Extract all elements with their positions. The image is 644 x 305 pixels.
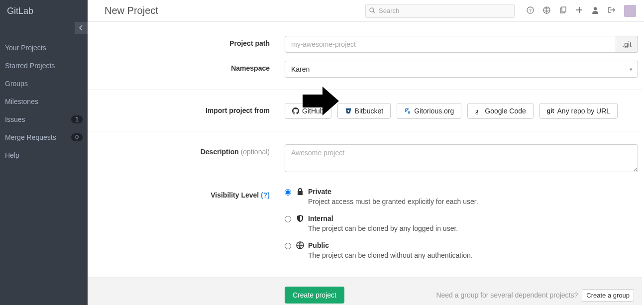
svg-line-1 <box>373 11 375 13</box>
github-icon <box>292 107 299 114</box>
visibility-desc: Project access must be granted explicitl… <box>308 198 478 205</box>
button-label: Bitbucket <box>355 107 384 115</box>
sidebar-item-label: Your Projects <box>5 44 46 52</box>
user-icon[interactable] <box>592 6 599 15</box>
sidebar-item-groups[interactable]: Groups <box>0 75 88 93</box>
visibility-radio-internal[interactable] <box>285 216 291 222</box>
sidebar-nav: Your Projects Starred Projects Groups Mi… <box>0 39 88 164</box>
description-input[interactable] <box>285 144 638 172</box>
svg-text:g: g <box>475 107 478 114</box>
footer: Create project Need a group for several … <box>88 277 642 305</box>
git-suffix: .git <box>616 36 638 53</box>
visibility-option-internal[interactable]: Internal The project can be cloned by an… <box>285 214 638 232</box>
header: New Project ? <box>88 0 644 22</box>
search-input[interactable] <box>365 4 515 18</box>
logout-icon[interactable] <box>608 6 615 15</box>
globe-icon[interactable] <box>543 6 550 15</box>
description-optional: (optional) <box>241 148 270 156</box>
gitorious-icon <box>404 107 411 114</box>
form-content: Project path .git Namespace Karen <box>88 22 644 305</box>
merge-requests-badge: 0 <box>71 133 83 141</box>
create-group-button[interactable]: Create a group <box>582 289 634 302</box>
sidebar-item-label: Milestones <box>5 98 38 105</box>
sidebar-collapse-button[interactable] <box>75 22 88 34</box>
sidebar: GitLab Your Projects Starred Projects Gr… <box>0 0 88 305</box>
namespace-value: Karen <box>291 65 310 73</box>
import-github-button[interactable]: GitHub <box>285 103 331 119</box>
visibility-option-private[interactable]: Private Project access must be granted e… <box>285 188 638 205</box>
visibility-desc: The project can be cloned without any au… <box>308 251 473 259</box>
visibility-option-public[interactable]: Public The project can be cloned without… <box>285 241 638 259</box>
button-label: Any repo by URL <box>557 107 611 115</box>
button-label: GitHub <box>302 107 324 115</box>
divider <box>88 131 642 131</box>
svg-point-0 <box>370 8 374 12</box>
visibility-radio-private[interactable] <box>285 189 291 196</box>
globe-icon <box>296 241 304 249</box>
sidebar-item-your-projects[interactable]: Your Projects <box>0 39 88 57</box>
group-hint-text: Need a group for several dependent proje… <box>436 291 578 299</box>
import-bitbucket-button[interactable]: Bitbucket <box>337 103 391 119</box>
sidebar-item-milestones[interactable]: Milestones <box>0 93 88 110</box>
sidebar-item-issues[interactable]: Issues 1 <box>0 110 88 128</box>
issues-badge: 1 <box>71 115 83 123</box>
description-label-text: Description <box>201 148 239 156</box>
google-icon: g <box>475 107 482 114</box>
import-url-button[interactable]: git Any repo by URL <box>539 103 618 119</box>
svg-point-7 <box>594 7 597 10</box>
project-path-input[interactable] <box>285 36 616 53</box>
search-wrap <box>365 4 515 18</box>
bitbucket-icon <box>345 107 352 114</box>
divider <box>88 90 642 90</box>
namespace-label: Namespace <box>88 61 285 78</box>
git-icon: git <box>547 107 554 114</box>
avatar[interactable] <box>624 5 636 17</box>
brand-title[interactable]: GitLab <box>0 0 88 22</box>
visibility-help-link[interactable]: (?) <box>261 191 270 199</box>
help-icon[interactable]: ? <box>527 6 534 15</box>
visibility-title: Public <box>308 241 329 249</box>
visibility-radio-public[interactable] <box>285 243 291 249</box>
sidebar-item-help[interactable]: Help <box>0 146 88 164</box>
button-label: Gitorious.org <box>414 107 454 115</box>
sidebar-item-starred-projects[interactable]: Starred Projects <box>0 57 88 75</box>
plus-icon[interactable] <box>576 6 583 15</box>
files-icon[interactable] <box>559 6 567 15</box>
visibility-title: Internal <box>308 214 333 222</box>
sidebar-item-label: Starred Projects <box>5 62 55 70</box>
sidebar-item-label: Issues <box>5 115 25 123</box>
description-label: Description (optional) <box>88 144 285 174</box>
import-label: Import project from <box>88 103 285 119</box>
visibility-label-text: Visibility Level <box>211 191 259 199</box>
search-icon <box>369 7 375 15</box>
sidebar-item-label: Groups <box>5 80 28 88</box>
create-project-button[interactable]: Create project <box>285 287 344 304</box>
lock-icon <box>296 188 304 196</box>
svg-rect-6 <box>562 7 566 12</box>
main: New Project ? Project path <box>88 0 644 305</box>
page-title: New Project <box>105 5 360 16</box>
sidebar-item-label: Merge Requests <box>5 133 56 141</box>
sidebar-item-label: Help <box>5 151 19 159</box>
import-google-code-button[interactable]: g Google Code <box>467 103 534 119</box>
button-label: Google Code <box>485 107 526 115</box>
import-gitorious-button[interactable]: Gitorious.org <box>397 103 461 119</box>
shield-icon <box>296 214 304 222</box>
namespace-select[interactable]: Karen <box>285 61 638 78</box>
visibility-title: Private <box>308 188 331 196</box>
visibility-label: Visibility Level (?) <box>88 188 285 268</box>
header-icons: ? <box>527 5 636 17</box>
project-path-label: Project path <box>88 36 285 53</box>
sidebar-item-merge-requests[interactable]: Merge Requests 0 <box>0 128 88 146</box>
visibility-desc: The project can be cloned by any logged … <box>308 224 458 232</box>
svg-text:?: ? <box>529 8 532 13</box>
